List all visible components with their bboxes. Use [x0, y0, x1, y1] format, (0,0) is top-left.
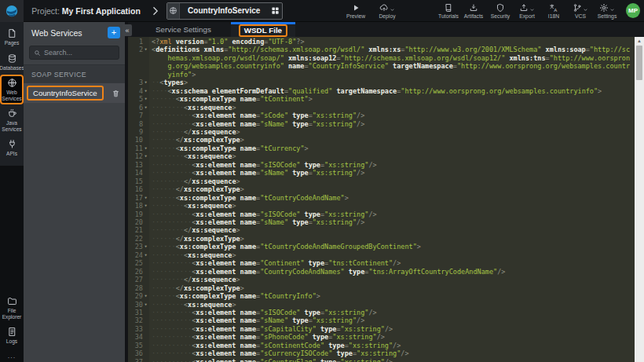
- artifacts-button[interactable]: Artifacts: [461, 0, 486, 22]
- deploy-dropdown-caret-icon[interactable]: [390, 7, 395, 13]
- code-line[interactable]: <?xml version="1.0" encoding="UTF-8"?>: [149, 38, 635, 46]
- grid-menu-icon[interactable]: [268, 3, 282, 19]
- sidebar-item-pages[interactable]: Pages: [0, 25, 24, 49]
- fold-toggle-icon[interactable]: ▾: [143, 202, 148, 210]
- sidebar-item-web-services[interactable]: Web Services: [0, 75, 24, 104]
- sidebar-item-logs[interactable]: Logs: [0, 324, 24, 348]
- code-line[interactable]: ······<xs:complexType name="tCountryInfo…: [149, 292, 635, 300]
- security-button[interactable]: Security: [488, 0, 513, 22]
- code-line[interactable]: ········</xs:sequence>: [149, 226, 635, 234]
- code-line[interactable]: ··········<xs:element name="sPhoneCode" …: [149, 333, 635, 341]
- code-line[interactable]: ······<xs:complexType name="tCountryCode…: [149, 243, 635, 250]
- settings-icon-row: [599, 2, 615, 13]
- code-line[interactable]: ··········<xs:element name="sISOCode" ty…: [149, 309, 635, 316]
- vcs-button[interactable]: VCS: [568, 0, 593, 22]
- service-tab-countryinfoservice[interactable]: CountryInfoService: [166, 2, 283, 20]
- code-line[interactable]: ········<xs:sequence>: [149, 202, 635, 210]
- service-item-label[interactable]: CountryInfoService: [27, 86, 104, 101]
- export-dropdown-caret-icon[interactable]: [529, 7, 535, 13]
- code-line[interactable]: ··········<xs:element name="sCountryFlag…: [149, 358, 635, 362]
- code-line[interactable]: ······</xs:complexType>: [149, 185, 635, 193]
- code-line[interactable]: ······</xs:complexType>: [149, 235, 635, 243]
- tutorials-button[interactable]: Tutorials: [436, 0, 461, 22]
- top-bar: Project: My First Application CountryInf…: [0, 0, 644, 22]
- code-line[interactable]: ··········<xs:element name="sName" type=…: [149, 316, 635, 324]
- line-number-gutter: 30▾: [128, 301, 149, 309]
- code-line[interactable]: ····<xs:schema elementFormDefault="quali…: [149, 87, 635, 95]
- code-line[interactable]: ··········<xs:element name="sCode" type=…: [149, 112, 635, 119]
- preview-button[interactable]: Preview: [343, 0, 368, 22]
- code-line[interactable]: ··········<xs:element name="sContinentCo…: [149, 342, 635, 349]
- tab-service-settings[interactable]: Service Settings: [144, 22, 223, 37]
- settings-dropdown-caret-icon[interactable]: [609, 7, 615, 13]
- fold-toggle-icon[interactable]: ▾: [143, 79, 148, 86]
- code-line[interactable]: ··········<xs:element name="sCapitalCity…: [149, 325, 635, 333]
- sidebar-item-file-explorer[interactable]: File Explorer: [0, 293, 24, 323]
- i18n-label: I18N: [548, 13, 559, 19]
- i18n-button[interactable]: AI18N: [541, 0, 566, 22]
- deploy-label: Deploy: [379, 13, 395, 19]
- indent-whitespace: ··········: [152, 259, 192, 267]
- fold-toggle-icon[interactable]: ▾: [143, 194, 148, 202]
- code-line[interactable]: ······<xs:complexType name="tCurrency">: [149, 144, 635, 152]
- fold-toggle-icon[interactable]: ▾: [143, 301, 148, 309]
- code-line[interactable]: ······<xs:complexType name="tCountryCode…: [149, 194, 635, 202]
- fold-toggle-icon[interactable]: ▾: [143, 87, 148, 95]
- sidebar-item-databases[interactable]: Databases: [0, 50, 24, 75]
- fold-toggle-icon[interactable]: ▾: [143, 243, 148, 250]
- panel-collapse-button[interactable]: «: [123, 24, 132, 36]
- code-line[interactable]: ········</xs:sequence>: [149, 276, 635, 283]
- export-button[interactable]: Export: [514, 0, 540, 22]
- scroll-up-arrow[interactable]: ▲: [637, 37, 642, 45]
- deploy-button[interactable]: Deploy: [375, 0, 400, 22]
- code-line[interactable]: ········</xs:sequence>: [149, 177, 635, 185]
- code-line[interactable]: ··········<xs:element name="sCurrencyISO…: [149, 349, 635, 357]
- code-line[interactable]: ··········<xs:element name="sISOCode" ty…: [149, 210, 635, 218]
- vertical-scrollbar[interactable]: ▲: [635, 37, 644, 362]
- scrollbar-thumb[interactable]: [636, 46, 642, 80]
- code-line[interactable]: ······</xs:complexType>: [149, 284, 635, 292]
- line-number-gutter: 34: [128, 333, 149, 341]
- add-service-button[interactable]: +: [108, 27, 120, 38]
- line-number-gutter: 7: [128, 112, 149, 119]
- sidebar-more-button[interactable]: ...: [0, 350, 24, 362]
- fold-toggle-icon[interactable]: ▾: [143, 292, 148, 300]
- editor-row: 8··········<xs:element name="sName" type…: [128, 120, 635, 128]
- code-line[interactable]: ··········<xs:element name="sName" type=…: [149, 218, 635, 226]
- fold-toggle-icon[interactable]: ▾: [143, 152, 148, 160]
- code-line[interactable]: ··········<xs:element name="Continent" t…: [149, 259, 635, 267]
- service-list-item[interactable]: CountryInfoService: [24, 83, 125, 103]
- code-line[interactable]: ········<xs:sequence>: [149, 301, 635, 309]
- search-input[interactable]: [44, 49, 115, 57]
- fold-toggle-icon[interactable]: ▾: [143, 95, 148, 103]
- code-line[interactable]: ······</xs:complexType>: [149, 136, 635, 144]
- user-avatar[interactable]: MP: [626, 3, 640, 18]
- fold-toggle-icon[interactable]: ▾: [143, 144, 148, 152]
- code-line[interactable]: <definitions xmlns="http://schemas.xmlso…: [149, 46, 635, 79]
- app-logo[interactable]: [0, 0, 24, 22]
- code-line[interactable]: ··<types>: [149, 79, 635, 86]
- sidebar-item-apis[interactable]: APIs: [0, 136, 24, 160]
- vcs-dropdown-caret-icon[interactable]: [583, 7, 588, 13]
- code-line[interactable]: ··········<xs:element name="sName" type=…: [149, 169, 635, 177]
- editor-row: 12▾········<xs:sequence>: [128, 152, 635, 160]
- code-line[interactable]: ········<xs:sequence>: [149, 251, 635, 259]
- code-line[interactable]: ······<xs:complexType name="tContinent">: [149, 95, 635, 103]
- code-line[interactable]: ··········<xs:element name="CountryCodeA…: [149, 268, 635, 276]
- fold-toggle-icon[interactable]: ▾: [143, 46, 148, 53]
- tab-wsdl-file[interactable]: WSDL File: [231, 22, 295, 37]
- code-line[interactable]: ········<xs:sequence>: [149, 152, 635, 160]
- sidebar-item-java-services[interactable]: Java Services: [0, 105, 24, 135]
- code-line[interactable]: ··········<xs:element name="sISOCode" ty…: [149, 161, 635, 169]
- indent-whitespace: ··········: [152, 268, 192, 276]
- fold-toggle-icon[interactable]: ▾: [143, 104, 148, 112]
- delete-service-icon[interactable]: [112, 89, 120, 98]
- code-line[interactable]: ········<xs:sequence>: [149, 104, 635, 112]
- code-line[interactable]: ··········<xs:element name="sName" type=…: [149, 120, 635, 128]
- line-number-gutter: 14: [128, 169, 149, 177]
- settings-button[interactable]: Settings: [595, 0, 620, 22]
- code-editor[interactable]: 1<?xml version="1.0" encoding="UTF-8"?>2…: [128, 37, 635, 362]
- code-line[interactable]: ········</xs:sequence>: [149, 128, 635, 136]
- indent-whitespace: ··········: [152, 210, 192, 218]
- fold-toggle-icon[interactable]: ▾: [143, 251, 148, 259]
